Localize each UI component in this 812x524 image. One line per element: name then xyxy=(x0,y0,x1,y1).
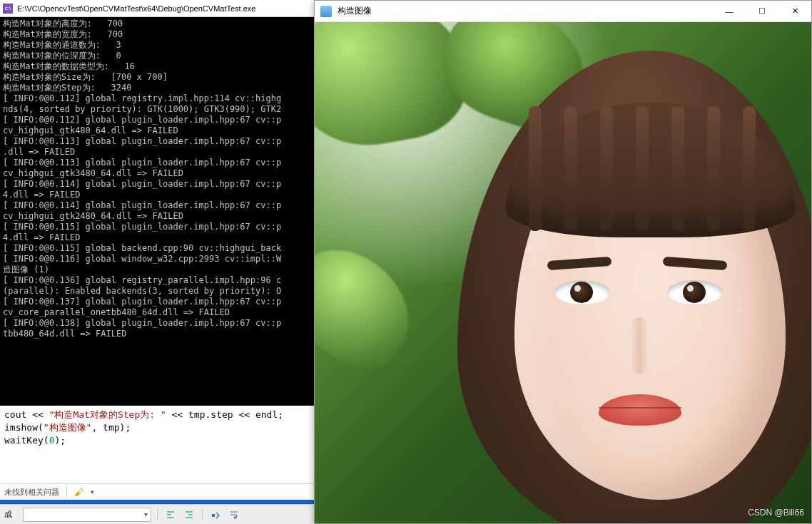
console-output[interactable]: 构造Mat对象的高度为: 700 构造Mat对象的宽度为: 700 构造Mat对… xyxy=(0,17,314,406)
hair-strand xyxy=(600,106,613,231)
build-toolbar: 成 xyxy=(0,504,314,524)
portrait-nose xyxy=(630,317,649,374)
portrait-lips xyxy=(599,394,681,426)
separator xyxy=(157,508,158,521)
hair-strand xyxy=(564,106,577,231)
hair-strand xyxy=(707,106,720,231)
code-line-2: imshow("构造图像", tmp); xyxy=(4,421,310,434)
maximize-button[interactable]: ☐ xyxy=(746,1,778,22)
minimize-button[interactable]: — xyxy=(713,1,746,22)
close-button[interactable]: ✕ xyxy=(778,1,811,22)
opencv-window-icon xyxy=(320,6,332,17)
indent-left-icon[interactable] xyxy=(163,508,178,522)
console-app-icon: c:\ xyxy=(3,4,13,14)
wordwrap-icon[interactable] xyxy=(227,508,241,522)
console-titlebar[interactable]: c:\ E:\VC\OpencvTest\OpenCVMatTest\x64\D… xyxy=(0,0,314,17)
brush-icon[interactable]: 🖌 xyxy=(74,487,83,498)
code-line-1: cout << "构造Mat对象的Step为: " << tmp.step <<… xyxy=(4,409,310,421)
hair-strand xyxy=(743,106,756,231)
image-window: 构造图像 — ☐ ✕ CSDN @Bill66 xyxy=(314,0,812,524)
separator xyxy=(202,508,203,521)
code-editor-snippet[interactable]: cout << "构造Mat对象的Step为: " << tmp.step <<… xyxy=(0,406,314,450)
indent-right-icon[interactable] xyxy=(182,508,196,522)
config-combo[interactable] xyxy=(23,508,151,522)
toolbar-label: 成 xyxy=(4,509,19,520)
watermark: CSDN @Bill66 xyxy=(748,508,804,518)
image-content: CSDN @Bill66 xyxy=(315,22,811,523)
dropdown-caret-icon[interactable]: ▾ xyxy=(91,488,94,495)
hair-strand xyxy=(529,106,542,231)
svg-rect-0 xyxy=(212,514,215,517)
portrait-eye xyxy=(667,280,723,304)
error-list-bar: 未找到相关问题 🖌 ▾ xyxy=(0,483,314,500)
console-window: c:\ E:\VC\OpencvTest\OpenCVMatTest\x64\D… xyxy=(0,0,314,524)
code-line-3: waitKey(0); xyxy=(4,434,310,447)
hair-strand xyxy=(636,106,649,231)
separator xyxy=(66,486,67,498)
image-titlebar[interactable]: 构造图像 — ☐ ✕ xyxy=(315,1,811,22)
toggle-whitespace-icon[interactable] xyxy=(208,508,223,522)
error-list-msg: 未找到相关问题 xyxy=(4,487,59,498)
hair-strand xyxy=(671,106,684,231)
image-window-title: 构造图像 xyxy=(338,5,372,17)
portrait-eye xyxy=(554,280,610,304)
console-title: E:\VC\OpencvTest\OpenCVMatTest\x64\Debug… xyxy=(17,4,255,13)
